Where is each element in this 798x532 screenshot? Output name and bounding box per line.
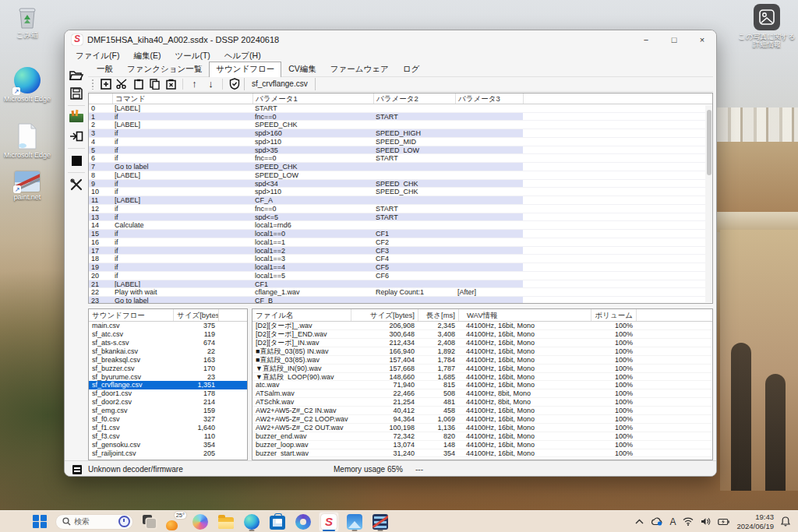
titlebar[interactable]: S DMF15HSA_kiha40_A002.ssdx - DSSP 20240… (65, 30, 716, 49)
start-button[interactable] (30, 512, 50, 532)
soundflow-row[interactable]: sf_ats-s.csv674 (89, 339, 247, 347)
desktop-icon-spotlight-info[interactable]: この写真に関する詳細情報 (737, 3, 796, 49)
soundflow-row[interactable]: sf_atc.csv119 (89, 330, 247, 339)
soundflow-row[interactable]: sf_crvflange.csv1,351 (89, 381, 247, 389)
wav-file-row[interactable]: AW2+AW5-Z#_C2 IN.wav40,41245844100Hz, 16… (252, 407, 712, 415)
wav-file-row[interactable]: [D2][ターボ]_END.wav300,6483,40844100Hz, 16… (252, 330, 712, 339)
task-view-button[interactable] (139, 512, 159, 532)
copy-button[interactable] (148, 77, 161, 90)
tab-5[interactable]: ファームウェア (323, 62, 396, 76)
wav-file-row[interactable]: [D2][ターボ]_IN.wav212,4342,40844100Hz, 16b… (252, 339, 712, 347)
flow-file-tab[interactable]: sf_crvflange.csv (244, 78, 316, 90)
tray-overflow-button[interactable] (635, 519, 644, 524)
wav-file-row[interactable]: AW2+AW5-Z#_C2 LOOP.wav94,3641,06944100Hz… (252, 415, 712, 424)
command-row[interactable]: 3ifspd>160SPEED_HIGH (89, 129, 712, 138)
command-row[interactable]: 7Go to labelSPEED_CHK (89, 163, 712, 171)
wifi-button[interactable] (683, 517, 694, 526)
delete-row-button[interactable] (164, 77, 178, 90)
move-up-button[interactable]: ↑ (188, 77, 201, 90)
command-row[interactable]: 17iflocal1==2CF3 (89, 247, 712, 255)
desktop-icon-edge-document[interactable]: Microsoft Edge (2, 123, 53, 159)
tab-1[interactable]: 一般 (90, 62, 120, 76)
soundflow-row[interactable]: main.csv375 (89, 322, 247, 330)
command-row[interactable]: 11[LABEL]CF_A (89, 196, 712, 205)
photos-button[interactable] (344, 512, 365, 532)
soundflow-row[interactable]: sf_railjoint.csv205 (89, 449, 247, 458)
maximize-button[interactable]: □ (660, 30, 688, 49)
command-row[interactable]: 22Play with waitcflange_1.wavReplay Coun… (89, 288, 712, 297)
minimize-button[interactable]: − (632, 30, 660, 49)
add-row-button[interactable] (99, 77, 112, 90)
soundflow-row[interactable]: sf_gensoku.csv354 (89, 441, 247, 449)
command-row[interactable]: 8[LABEL]SPEED_LOW (89, 171, 712, 180)
wav-file-row[interactable]: ■直結段_03(85) IN.wav166,9401,89244100Hz, 1… (252, 347, 712, 356)
wav-file-row[interactable]: ATSalm.wav22,46650844100Hz, 8bit, Mono10… (252, 389, 712, 398)
transfer-button[interactable] (67, 127, 86, 146)
wav-file-row[interactable]: buzzer_loop.wav13,07414844100Hz, 16bit, … (252, 441, 712, 449)
wav-file-row[interactable]: ▼直結段_LOOP(90).wav148,6601,68544100Hz, 16… (252, 373, 712, 382)
command-row[interactable]: 13ifspd<=5START (89, 213, 712, 222)
close-button[interactable]: × (688, 30, 716, 49)
wav-file-row[interactable]: ▼直結段_IN(90).wav157,6681,78744100Hz, 16bi… (252, 365, 712, 373)
copilot-button[interactable] (190, 512, 210, 532)
command-row[interactable]: 14Calculatelocal1=rnd6 (89, 221, 712, 230)
command-row[interactable]: 0[LABEL]START (89, 104, 712, 113)
table-scrollbar-thumb[interactable] (707, 110, 711, 175)
soundflow-row[interactable]: sf_door2.csv214 (89, 398, 247, 407)
desktop-icon-paintnet[interactable]: ↗ paint.net (2, 171, 53, 201)
command-row[interactable]: 20iflocal1==5CF6 (89, 272, 712, 280)
toolbar-grip[interactable] (91, 79, 94, 90)
soundflow-row[interactable]: sf_emg.csv159 (89, 407, 247, 415)
video-editor-button[interactable] (370, 512, 390, 532)
notifications-button[interactable] (781, 516, 790, 527)
wav-file-row[interactable]: buzzer_end.wav72,34282044100Hz, 16bit, M… (252, 432, 712, 441)
desktop-icon-recycle-bin[interactable]: ごみ箱 (2, 5, 53, 39)
tab-2[interactable]: ファンクション一覧 (120, 62, 209, 76)
tools-button[interactable] (67, 175, 86, 194)
wav-file-row[interactable]: ATSchk.wav21,25448144100Hz, 8bit, Mono10… (252, 398, 712, 407)
soundflow-row[interactable]: sf_bkankai.csv22 (89, 347, 247, 356)
soundflow-row[interactable]: sf_buzzer.csv170 (89, 365, 247, 373)
dssp-taskbar-button[interactable]: S (319, 512, 339, 532)
microsoft-365-button[interactable] (293, 512, 313, 532)
save-button[interactable] (67, 84, 86, 103)
soundflow-row[interactable]: sf_breaksql.csv163 (89, 356, 247, 365)
soundflow-row[interactable]: sf_f3.csv110 (89, 432, 247, 441)
menu-item[interactable]: ヘルプ(H) (218, 50, 267, 62)
command-row[interactable]: 12iffnc==0START (89, 205, 712, 213)
onedrive-button[interactable] (651, 517, 662, 526)
search-highlights-icon[interactable] (118, 516, 130, 527)
battery-button[interactable] (718, 518, 729, 526)
microsoft-store-button[interactable] (267, 512, 288, 532)
validate-button[interactable] (228, 77, 241, 90)
taskbar-clock[interactable]: 19:43 2024/06/19 (736, 513, 774, 530)
paste-button[interactable] (132, 77, 145, 90)
command-row[interactable]: 2[LABEL]SPEED_CHK (89, 121, 712, 129)
command-row[interactable]: 4ifspd>110SPEED_MID (89, 138, 712, 146)
soundflow-row[interactable]: sf_f0.csv327 (89, 415, 247, 424)
stop-button[interactable] (67, 151, 86, 170)
command-row[interactable]: 18iflocal1==3CF4 (89, 255, 712, 263)
command-row[interactable]: 9ifspd<34SPEED_CHK (89, 180, 712, 188)
wav-file-row[interactable]: atc.wav71,94081544100Hz, 16bit, Mono100% (252, 381, 712, 389)
wav-file-row[interactable]: buzzer_start.wav31,24035444100Hz, 16bit,… (252, 449, 712, 458)
soundflow-row[interactable]: sf_door1.csv178 (89, 389, 247, 398)
tab-6[interactable]: ログ (396, 62, 427, 76)
command-row[interactable]: 10ifspd>110SPEED_CHK (89, 188, 712, 196)
open-file-button[interactable] (67, 65, 86, 84)
table-scrollbar[interactable] (705, 105, 712, 302)
command-row[interactable]: 21[LABEL]CF1 (89, 280, 712, 289)
menu-item[interactable]: ファイル(F) (69, 50, 125, 62)
command-row[interactable]: 1iffnc==0START (89, 113, 712, 122)
weather-widget[interactable]: 25° (164, 512, 185, 532)
move-down-button[interactable]: ↓ (204, 77, 217, 90)
wav-file-row[interactable]: [D2][ターボ]_.wav206,9082,34544100Hz, 16bit… (252, 322, 712, 330)
command-row[interactable]: 5ifspd>35SPEED_LOW (89, 146, 712, 155)
command-row[interactable]: 19iflocal1==4CF5 (89, 263, 712, 272)
soundflow-row[interactable]: sf_byurume.csv23 (89, 373, 247, 382)
desktop-icon-edge[interactable]: ↗ Microsoft Edge (2, 67, 53, 103)
soundflow-row[interactable]: sf_f1.csv1,640 (89, 424, 247, 432)
write-decoder-button[interactable] (67, 108, 86, 127)
wav-file-row[interactable]: AW2+AW5-Z#_C2 OUT.wav100,1981,13644100Hz… (252, 424, 712, 432)
wav-file-row[interactable]: ■直結段_03(85).wav157,4041,78444100Hz, 16bi… (252, 356, 712, 365)
